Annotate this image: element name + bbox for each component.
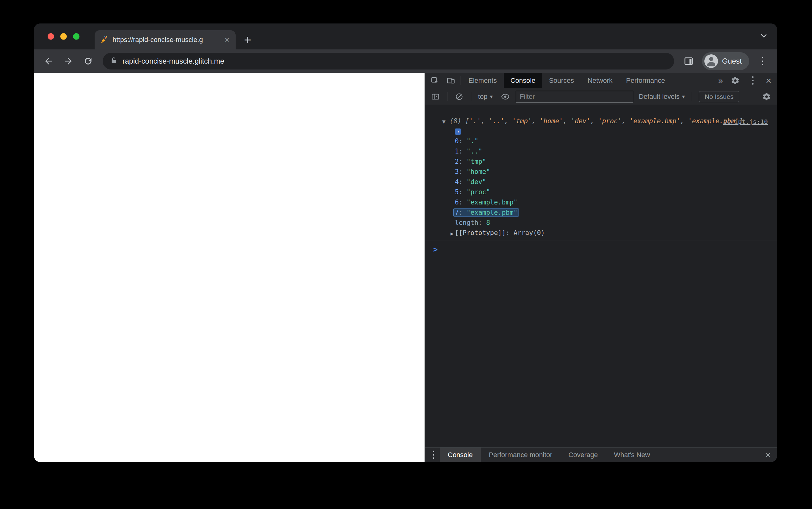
- devtools-tab-elements[interactable]: Elements: [462, 73, 504, 88]
- profile-button[interactable]: Guest: [702, 52, 749, 70]
- devtools-menu-icon[interactable]: [745, 75, 761, 86]
- window-controls: [48, 33, 80, 40]
- tab-strip: https://rapid-concise-muscle.g × +: [34, 24, 777, 49]
- context-selector[interactable]: top ▾: [476, 93, 495, 101]
- prototype-value: Array(0): [513, 229, 545, 237]
- devtools-drawer: ConsolePerformance monitorCoverageWhat's…: [425, 447, 777, 462]
- live-expression-eye-icon[interactable]: [498, 91, 512, 103]
- window-content: ElementsConsoleSourcesNetworkPerformance…: [34, 73, 777, 462]
- console-message: script.js:10 ▼(8) ['.', '..', 'tmp', 'ho…: [425, 116, 777, 241]
- party-popper-favicon-icon: [100, 36, 108, 44]
- address-url: rapid-concise-muscle.glitch.me: [122, 57, 224, 66]
- devtools-tab-performance[interactable]: Performance: [619, 73, 672, 88]
- lock-icon: [110, 57, 118, 66]
- devtools-tabbar-right: » ×: [715, 75, 775, 86]
- array-item-2[interactable]: 2: "tmp": [425, 157, 777, 167]
- array-item-6[interactable]: 6: "example.bmp": [425, 197, 777, 208]
- console-settings-gear-icon[interactable]: [760, 91, 773, 103]
- devtools-tab-sources[interactable]: Sources: [542, 73, 581, 88]
- collapse-triangle-icon[interactable]: ▼: [442, 117, 449, 127]
- browser-window: https://rapid-concise-muscle.g × +: [34, 24, 777, 462]
- devtools-panel: ElementsConsoleSourcesNetworkPerformance…: [425, 73, 777, 462]
- page-content[interactable]: [34, 73, 425, 462]
- new-tab-button[interactable]: +: [239, 32, 256, 48]
- settings-gear-icon[interactable]: [727, 76, 743, 85]
- console-source-link[interactable]: script.js:10: [723, 118, 768, 125]
- array-preview-text: (8) ['.', '..', 'tmp', 'home', 'dev', 'p…: [449, 117, 743, 125]
- divider: [460, 76, 461, 85]
- chevron-down-icon: ▾: [490, 93, 493, 100]
- prompt-chevron-icon: >: [433, 245, 438, 254]
- drawer-tabs: ConsolePerformance monitorCoverageWhat's…: [440, 447, 658, 462]
- expand-triangle-icon[interactable]: ▶: [450, 229, 455, 239]
- console-prompt[interactable]: >: [425, 243, 777, 254]
- close-drawer-icon[interactable]: ×: [761, 450, 775, 460]
- inspect-element-icon[interactable]: [427, 73, 443, 88]
- prototype-row[interactable]: ▶[[Prototype]]: Array(0): [425, 228, 777, 239]
- devtools-main-tabs: ElementsConsoleSourcesNetworkPerformance: [462, 73, 672, 88]
- more-tabs-icon[interactable]: »: [715, 76, 726, 86]
- tab-close-icon[interactable]: ×: [223, 36, 231, 44]
- browser-toolbar: rapid-concise-muscle.glitch.me Guest: [34, 49, 777, 73]
- side-panel-icon[interactable]: [680, 52, 697, 70]
- zoom-window-button[interactable]: [73, 33, 80, 40]
- array-item-5[interactable]: 5: "proc": [425, 187, 777, 197]
- address-bar[interactable]: rapid-concise-muscle.glitch.me: [103, 53, 674, 69]
- array-item-3[interactable]: 3: "home": [425, 167, 777, 177]
- array-item-4[interactable]: 4: "dev": [425, 177, 777, 187]
- avatar-icon: [705, 54, 718, 68]
- close-window-button[interactable]: [48, 33, 54, 40]
- prototype-label: [[Prototype]]: [455, 229, 506, 237]
- info-row: i: [425, 127, 777, 136]
- back-icon[interactable]: [39, 52, 58, 70]
- clear-console-icon[interactable]: [452, 91, 466, 103]
- array-item-7[interactable]: 7: "example.pbm": [425, 208, 777, 218]
- reload-icon[interactable]: [79, 52, 97, 70]
- minimize-window-button[interactable]: [60, 33, 67, 40]
- filter-input[interactable]: [516, 91, 633, 103]
- forward-icon[interactable]: [59, 52, 77, 70]
- drawer-tab-coverage[interactable]: Coverage: [560, 447, 606, 462]
- browser-tab[interactable]: https://rapid-concise-muscle.g ×: [95, 30, 236, 49]
- divider: [447, 92, 447, 101]
- device-toolbar-icon[interactable]: [443, 73, 459, 88]
- devtools-tab-network[interactable]: Network: [581, 73, 619, 88]
- console-output[interactable]: script.js:10 ▼(8) ['.', '..', 'tmp', 'ho…: [425, 105, 777, 447]
- drawer-tab-what-s-new[interactable]: What's New: [606, 447, 658, 462]
- log-levels-selector[interactable]: Default levels ▾: [637, 93, 687, 101]
- devtools-tab-console[interactable]: Console: [504, 73, 542, 88]
- chevron-down-icon: ▾: [682, 93, 685, 100]
- tab-search-chevron-icon[interactable]: [759, 31, 769, 42]
- length-value: 8: [486, 219, 490, 227]
- close-devtools-icon[interactable]: ×: [762, 76, 775, 86]
- console-sidebar-icon[interactable]: [429, 91, 442, 103]
- divider: [692, 92, 692, 101]
- array-length-row: length: 8: [425, 218, 777, 228]
- console-toolbar: top ▾ Default levels ▾ No Issues: [425, 88, 777, 105]
- divider: [471, 92, 471, 101]
- array-item-1[interactable]: 1: "..": [425, 146, 777, 157]
- drawer-tab-console[interactable]: Console: [440, 447, 481, 462]
- browser-menu-icon[interactable]: [754, 52, 772, 70]
- array-items: 0: "."1: ".."2: "tmp"3: "home"4: "dev"5:…: [425, 136, 777, 218]
- array-item-0[interactable]: 0: ".": [425, 136, 777, 146]
- length-label: length: [455, 219, 478, 227]
- profile-label: Guest: [722, 57, 742, 66]
- tab-title: https://rapid-concise-muscle.g: [113, 36, 219, 44]
- info-icon: i: [455, 129, 461, 135]
- drawer-tab-performance-monitor[interactable]: Performance monitor: [481, 447, 560, 462]
- drawer-menu-icon[interactable]: [427, 450, 440, 460]
- issues-badge[interactable]: No Issues: [699, 91, 739, 102]
- devtools-tabbar: ElementsConsoleSourcesNetworkPerformance…: [425, 73, 777, 88]
